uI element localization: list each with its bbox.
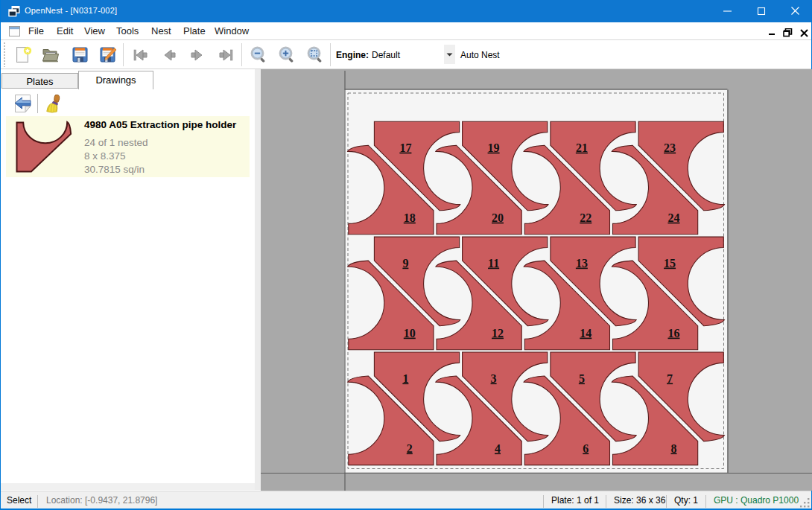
svg-text:5: 5 — [579, 372, 585, 385]
svg-text:10: 10 — [404, 327, 416, 340]
svg-text:17: 17 — [399, 141, 411, 154]
svg-text:9: 9 — [402, 257, 408, 270]
svg-text:13: 13 — [576, 257, 588, 270]
svg-text:8: 8 — [671, 442, 677, 455]
svg-text:1: 1 — [402, 372, 408, 385]
svg-text:14: 14 — [580, 327, 591, 340]
svg-text:11: 11 — [488, 257, 499, 270]
svg-text:4: 4 — [495, 442, 501, 455]
svg-text:23: 23 — [664, 141, 676, 154]
svg-text:15: 15 — [664, 257, 676, 270]
svg-text:22: 22 — [580, 211, 591, 224]
svg-text:21: 21 — [576, 141, 588, 154]
svg-text:6: 6 — [583, 442, 589, 455]
svg-text:20: 20 — [492, 211, 504, 224]
svg-text:3: 3 — [491, 372, 497, 385]
svg-text:12: 12 — [492, 327, 504, 340]
svg-text:16: 16 — [668, 327, 680, 340]
svg-text:7: 7 — [667, 372, 673, 385]
svg-text:2: 2 — [407, 442, 413, 455]
svg-text:18: 18 — [404, 211, 416, 224]
svg-text:19: 19 — [488, 141, 500, 154]
svg-text:24: 24 — [668, 211, 680, 224]
